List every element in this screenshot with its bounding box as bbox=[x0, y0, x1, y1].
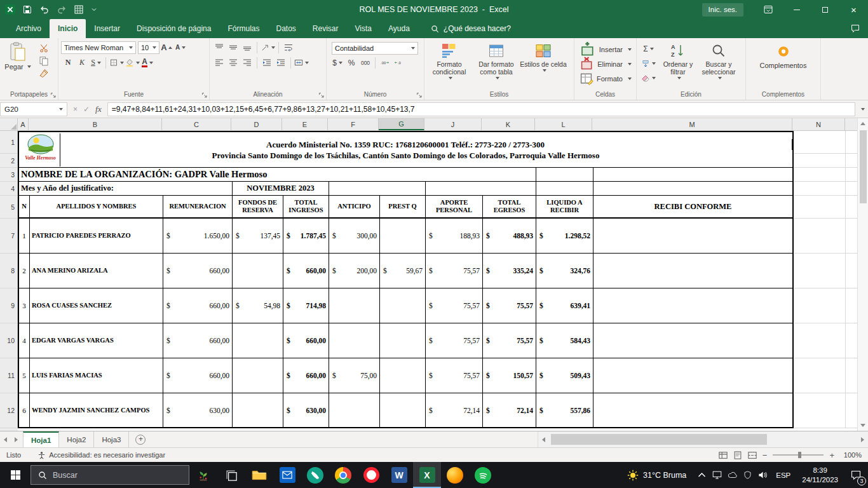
clipboard-dialog-launcher[interactable] bbox=[50, 92, 57, 98]
column-header-M[interactable]: M bbox=[592, 118, 792, 130]
volume-icon[interactable] bbox=[755, 462, 770, 488]
zoom-in-icon[interactable]: + bbox=[829, 451, 834, 460]
cell-egresos[interactable]: $488,93 bbox=[483, 219, 536, 253]
tab-revisar[interactable]: Revisar bbox=[304, 19, 347, 38]
cell-recibi[interactable] bbox=[593, 219, 792, 253]
sort-filter-button[interactable]: AZ Ordenar y filtrar bbox=[658, 39, 698, 79]
cell-prest[interactable]: $59,67 bbox=[380, 254, 426, 288]
format-as-table-button[interactable]: Dar formato como tabla bbox=[473, 39, 520, 79]
tab-disposicion-de-pagina[interactable]: Disposición de página bbox=[128, 19, 219, 38]
tab-archivo[interactable]: Archivo bbox=[8, 19, 50, 38]
zoom-slider-thumb[interactable] bbox=[798, 452, 801, 458]
hidden-icons-chevron[interactable] bbox=[694, 462, 709, 488]
cell-egresos[interactable]: $150,57 bbox=[483, 358, 536, 393]
insert-cells-button[interactable]: Insertar bbox=[576, 43, 635, 56]
column-header-D[interactable]: D bbox=[231, 118, 282, 130]
firefox-icon[interactable] bbox=[441, 462, 469, 488]
cell-n[interactable]: 1 bbox=[19, 219, 30, 253]
cell-anticipo[interactable]: $200,00 bbox=[329, 254, 380, 288]
italic-button[interactable]: K bbox=[76, 57, 88, 69]
taskbar-search[interactable]: Buscar bbox=[31, 465, 189, 485]
cell-prest[interactable] bbox=[380, 288, 426, 323]
cell-anticipo[interactable] bbox=[329, 288, 380, 323]
tab-ayuda[interactable]: Ayuda bbox=[380, 19, 418, 38]
column-header-K[interactable]: K bbox=[482, 118, 535, 130]
cell-fondos[interactable] bbox=[233, 323, 283, 358]
font-color-icon[interactable]: A bbox=[141, 57, 154, 69]
enter-icon[interactable]: ✓ bbox=[83, 105, 90, 114]
cell-n[interactable]: 3 bbox=[19, 288, 30, 323]
column-header-B[interactable]: B bbox=[29, 118, 162, 130]
cell-empty[interactable] bbox=[329, 182, 426, 195]
alignment-dialog-launcher[interactable] bbox=[318, 92, 325, 98]
cell-prest[interactable] bbox=[380, 393, 426, 427]
column-header-F[interactable]: F bbox=[328, 118, 379, 130]
fill-color-icon[interactable] bbox=[125, 57, 140, 69]
action-center-icon[interactable]: 3 bbox=[844, 462, 868, 488]
conditional-format-button[interactable]: Formato condicional bbox=[426, 39, 473, 79]
decrease-decimals-icon[interactable]: .0 bbox=[393, 57, 405, 69]
cell-aporte[interactable]: $75,57 bbox=[426, 323, 483, 358]
cell-recibi[interactable] bbox=[593, 323, 792, 358]
new-sheet-button[interactable]: + bbox=[135, 435, 146, 445]
cell-anticipo[interactable]: $300,00 bbox=[329, 219, 380, 253]
zoom-level[interactable]: 100% bbox=[840, 451, 862, 459]
align-bottom-icon[interactable] bbox=[241, 41, 254, 54]
percent-format-icon[interactable]: % bbox=[345, 57, 358, 69]
cell-recibi[interactable] bbox=[593, 288, 792, 323]
cell-empty[interactable] bbox=[593, 182, 792, 195]
spotify-icon[interactable] bbox=[469, 462, 497, 488]
whatsapp-icon[interactable] bbox=[301, 462, 329, 488]
cell-remuneracion[interactable]: $660,00 bbox=[163, 288, 233, 323]
cell-egresos[interactable]: $72,14 bbox=[483, 393, 536, 427]
merge-center-icon[interactable] bbox=[294, 57, 309, 69]
sheet-tab-hoja2[interactable]: Hoja2 bbox=[59, 431, 94, 447]
cell-styles-button[interactable]: Estilos de celda bbox=[520, 39, 567, 72]
cell-remuneracion[interactable]: $630,00 bbox=[163, 393, 233, 427]
security-shield-icon[interactable] bbox=[740, 462, 755, 488]
cell-egresos[interactable]: $335,24 bbox=[483, 254, 536, 288]
column-header-J[interactable]: J bbox=[424, 118, 482, 130]
cell-anticipo[interactable] bbox=[329, 393, 380, 427]
decrease-font-icon[interactable]: A bbox=[174, 41, 187, 54]
page-break-view-icon[interactable] bbox=[748, 451, 757, 459]
zoom-out-icon[interactable]: − bbox=[763, 451, 768, 460]
increase-font-icon[interactable]: A bbox=[160, 41, 173, 54]
cell-period-label[interactable]: Mes y Año del justificativo: bbox=[19, 182, 233, 195]
font-dialog-launcher[interactable] bbox=[201, 92, 208, 98]
column-header-A[interactable]: A bbox=[18, 118, 29, 130]
excel-taskbar-icon[interactable]: X bbox=[413, 462, 441, 488]
zoom-slider[interactable] bbox=[773, 454, 824, 456]
cell-anticipo[interactable] bbox=[329, 323, 380, 358]
formula-input[interactable]: =9,47+8,84+11,61+24,31+10,03+12,15+6,45+… bbox=[107, 102, 855, 116]
row-header-9[interactable]: 9 bbox=[0, 288, 18, 323]
cell-empty[interactable] bbox=[536, 168, 593, 181]
cell-recibi[interactable] bbox=[593, 393, 792, 427]
minimize-button[interactable] bbox=[782, 0, 811, 19]
cell-remuneracion[interactable]: $660,00 bbox=[163, 254, 233, 288]
horizontal-scroll-thumb[interactable] bbox=[551, 434, 767, 445]
word-icon[interactable]: W bbox=[385, 462, 413, 488]
opera-icon[interactable] bbox=[357, 462, 385, 488]
cell-prest[interactable] bbox=[380, 358, 426, 393]
row-header-12[interactable]: 12 bbox=[0, 393, 18, 428]
cell-period-value[interactable]: NOVIEMBRE 2023 bbox=[233, 182, 329, 195]
format-cells-button[interactable]: Formato bbox=[576, 72, 635, 85]
find-select-button[interactable]: Buscar y seleccionar bbox=[698, 39, 739, 79]
align-middle-icon[interactable] bbox=[227, 41, 240, 54]
cell-anticipo[interactable]: $75,00 bbox=[329, 358, 380, 393]
font-size-select[interactable]: 10 bbox=[138, 41, 159, 54]
cell-liquido[interactable]: $324,76 bbox=[536, 254, 593, 288]
column-header-N[interactable]: N bbox=[792, 118, 845, 130]
ribbon-display-options-icon[interactable] bbox=[754, 0, 782, 19]
comments-icon[interactable] bbox=[850, 24, 860, 34]
horizontal-scrollbar[interactable] bbox=[538, 431, 868, 447]
cell-fondos[interactable]: $137,45 bbox=[233, 219, 283, 253]
formula-bar-expand-icon[interactable] bbox=[855, 108, 868, 111]
cell-aporte[interactable]: $75,57 bbox=[426, 254, 483, 288]
column-header-C[interactable]: C bbox=[162, 118, 231, 130]
align-center-icon[interactable] bbox=[227, 57, 240, 69]
orientation-icon[interactable] bbox=[261, 41, 275, 54]
column-header-L[interactable]: L bbox=[535, 118, 592, 130]
cell-egresos[interactable]: $75,57 bbox=[483, 323, 536, 358]
